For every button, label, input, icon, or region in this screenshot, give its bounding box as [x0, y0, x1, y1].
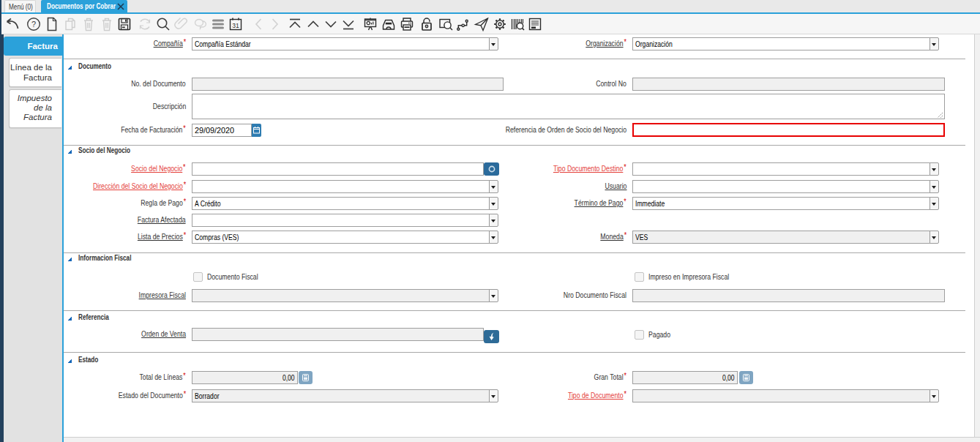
- svg-text:?: ?: [31, 20, 36, 29]
- svg-text:31: 31: [232, 22, 239, 29]
